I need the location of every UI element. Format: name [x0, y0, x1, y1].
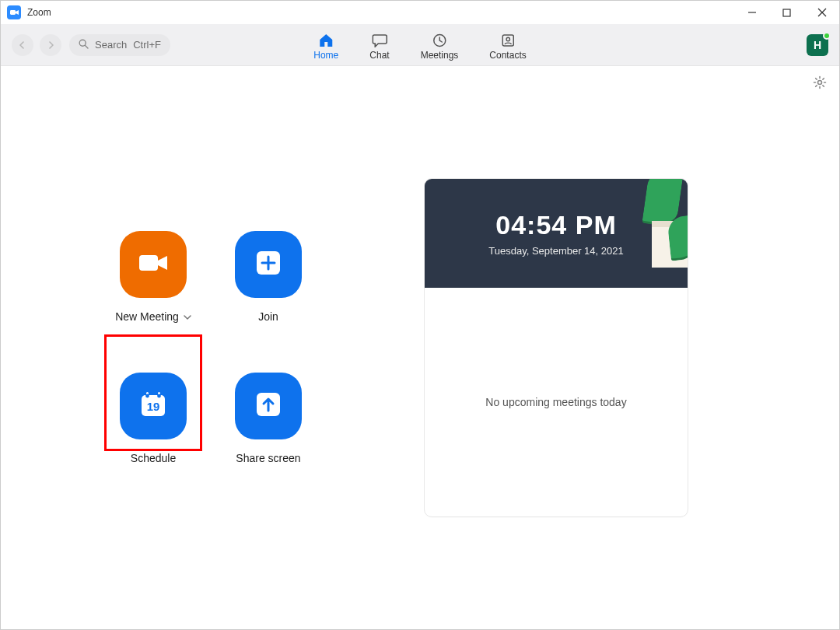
svg-point-5: [79, 40, 86, 46]
plus-icon: [254, 249, 282, 280]
nav-forward-button[interactable]: [40, 34, 61, 56]
svg-point-18: [145, 394, 149, 398]
chevron-down-icon: [184, 310, 191, 323]
clock-date: Tuesday, September 14, 2021: [488, 245, 623, 257]
tab-meetings-label: Meetings: [421, 50, 459, 61]
maximize-button[interactable]: [769, 1, 804, 24]
close-button[interactable]: [804, 1, 839, 24]
svg-rect-11: [139, 255, 158, 271]
upcoming-card: 04:54 PM Tuesday, September 14, 2021 No …: [424, 178, 688, 517]
status-indicator-icon: [823, 32, 831, 40]
search-input[interactable]: Search Ctrl+F: [69, 34, 170, 56]
upcoming-empty-text: No upcoming meetings today: [485, 396, 626, 408]
svg-rect-8: [502, 35, 513, 46]
avatar-initial: H: [814, 39, 821, 51]
new-meeting-dropdown[interactable]: New Meeting: [115, 310, 191, 323]
tab-chat[interactable]: Chat: [369, 30, 389, 61]
window-title: Zoom: [27, 7, 51, 18]
minimize-button[interactable]: [734, 1, 769, 24]
settings-button[interactable]: [813, 75, 827, 93]
main-content: New Meeting Join: [1, 66, 839, 629]
svg-rect-0: [10, 10, 16, 15]
calendar-icon: 19: [137, 388, 170, 424]
tab-contacts[interactable]: Contacts: [489, 30, 526, 61]
search-placeholder: Search: [95, 39, 127, 51]
zoom-logo-icon: [7, 5, 21, 19]
contacts-icon: [501, 33, 515, 48]
home-icon: [318, 33, 334, 48]
search-icon: [79, 39, 89, 51]
svg-text:19: 19: [147, 400, 160, 413]
chat-icon: [372, 33, 387, 48]
tab-contacts-label: Contacts: [489, 50, 526, 61]
toolbar: Search Ctrl+F Home Chat Meetings Contact…: [1, 24, 839, 66]
search-shortcut: Ctrl+F: [133, 39, 161, 51]
svg-point-9: [506, 37, 509, 40]
schedule-button[interactable]: 19: [120, 373, 187, 439]
clock-panel: 04:54 PM Tuesday, September 14, 2021: [425, 179, 688, 288]
svg-point-19: [157, 394, 161, 398]
new-meeting-label: New Meeting: [115, 310, 179, 323]
tab-home[interactable]: Home: [313, 30, 338, 61]
tab-home-label: Home: [313, 50, 338, 61]
video-icon: [138, 252, 169, 277]
nav-back-button[interactable]: [12, 34, 33, 56]
join-label: Join: [258, 310, 278, 323]
tab-bar: Home Chat Meetings Contacts: [313, 30, 526, 61]
join-button[interactable]: [235, 231, 302, 298]
share-screen-label: Share screen: [236, 452, 300, 464]
share-screen-button[interactable]: [235, 373, 302, 439]
action-grid: New Meeting Join: [96, 231, 326, 464]
new-meeting-button[interactable]: [120, 231, 187, 298]
clock-time: 04:54 PM: [495, 210, 616, 240]
tab-chat-label: Chat: [369, 50, 389, 61]
svg-line-6: [86, 45, 89, 48]
svg-point-10: [818, 81, 822, 85]
titlebar: Zoom: [1, 1, 839, 24]
arrow-up-icon: [254, 390, 282, 422]
svg-rect-2: [783, 9, 790, 16]
profile-avatar[interactable]: H: [807, 34, 828, 56]
schedule-label: Schedule: [131, 452, 176, 464]
clock-icon: [432, 33, 446, 48]
tab-meetings[interactable]: Meetings: [421, 30, 459, 61]
